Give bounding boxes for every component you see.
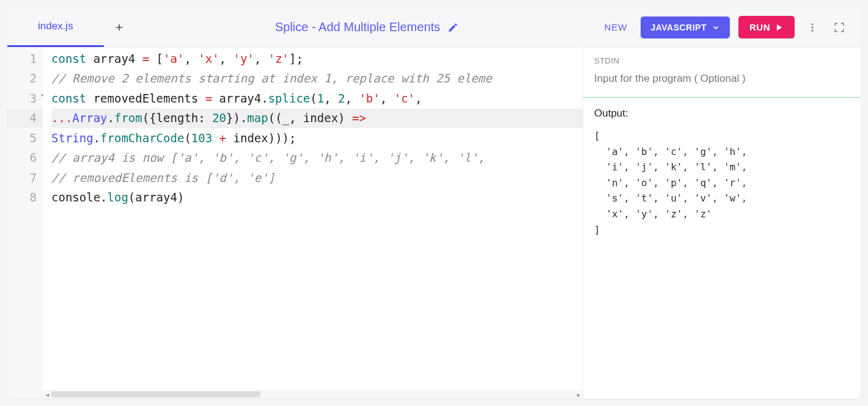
play-icon	[775, 23, 784, 32]
scroll-track[interactable]	[51, 391, 574, 398]
code-line[interactable]: // Remove 2 elements starting at index 1…	[51, 69, 583, 89]
scroll-left-arrow[interactable]: ◂	[43, 391, 51, 398]
code-line[interactable]: String.fromCharCode(103 + index)));	[51, 128, 583, 148]
stdin-label: STDIN	[594, 56, 850, 65]
top-bar: index.js Splice - Add Multiple Elements …	[7, 7, 861, 48]
tab-label: index.js	[38, 20, 73, 32]
stdin-section: STDIN	[583, 48, 861, 97]
svg-point-3	[812, 23, 814, 25]
code-line[interactable]: // removedElements is ['d', 'e']	[51, 168, 583, 188]
language-select-button[interactable]: JAVASCRIPT	[641, 16, 730, 38]
code-line[interactable]: const removedElements = array4.splice(1,…	[51, 89, 583, 109]
horizontal-scrollbar[interactable]: ◂ ▸	[43, 390, 583, 399]
line-number: 1	[7, 49, 43, 69]
output-text: [ 'a', 'b', 'c', 'g', 'h', 'i', 'j', 'k'…	[594, 128, 850, 237]
tab-strip: index.js	[7, 7, 134, 47]
code-line[interactable]: // array4 is now ['a', 'b', 'c', 'g', 'h…	[51, 148, 583, 169]
line-number: 5	[7, 128, 43, 148]
io-pane: STDIN Output: [ 'a', 'b', 'c', 'g', 'h',…	[583, 48, 861, 399]
scroll-right-arrow[interactable]: ▸	[574, 391, 583, 398]
main-area: 12345678 const array4 = ['a', 'x', 'y', …	[7, 48, 861, 399]
svg-marker-2	[777, 24, 782, 31]
output-section: Output: [ 'a', 'b', 'c', 'g', 'h', 'i', …	[583, 98, 861, 399]
edit-title-button[interactable]	[447, 22, 458, 33]
io-divider	[583, 97, 861, 98]
more-menu-button[interactable]	[803, 18, 822, 37]
svg-point-5	[812, 29, 814, 31]
app-container: index.js Splice - Add Multiple Elements …	[7, 7, 861, 399]
stdin-input[interactable]	[594, 73, 850, 85]
add-tab-button[interactable]	[104, 7, 134, 47]
scroll-thumb[interactable]	[51, 391, 260, 397]
line-number: 2	[7, 69, 43, 89]
title-area: Splice - Add Multiple Elements	[134, 7, 600, 47]
run-button[interactable]: RUN	[738, 16, 795, 38]
run-label: RUN	[749, 22, 770, 32]
language-label: JAVASCRIPT	[650, 23, 707, 32]
svg-point-4	[812, 26, 814, 28]
tab-index-js[interactable]: index.js	[7, 7, 104, 47]
kebab-icon	[807, 22, 818, 33]
new-button[interactable]: NEW	[599, 22, 632, 32]
editor-pane[interactable]: 12345678 const array4 = ['a', 'x', 'y', …	[7, 48, 583, 399]
chevron-down-icon	[712, 23, 720, 32]
right-actions: NEW JAVASCRIPT RUN	[599, 7, 861, 47]
line-number: 6	[7, 148, 43, 169]
line-number: 8	[7, 188, 43, 208]
pencil-icon	[447, 22, 458, 33]
line-number: 4	[7, 109, 43, 129]
code-editor[interactable]: const array4 = ['a', 'x', 'y', 'z'];// R…	[43, 48, 583, 399]
output-label: Output:	[594, 107, 850, 120]
code-line[interactable]: ...Array.from({length: 20}).map((_, inde…	[51, 109, 583, 129]
line-number: 7	[7, 168, 43, 188]
plus-icon	[114, 22, 125, 33]
page-title: Splice - Add Multiple Elements	[275, 20, 440, 34]
fullscreen-icon	[834, 22, 845, 33]
fullscreen-button[interactable]	[830, 18, 848, 37]
line-gutter: 12345678	[7, 48, 43, 399]
code-line[interactable]: console.log(array4)	[51, 188, 583, 208]
code-line[interactable]: const array4 = ['a', 'x', 'y', 'z'];	[51, 49, 583, 69]
line-number: 3	[7, 89, 43, 109]
